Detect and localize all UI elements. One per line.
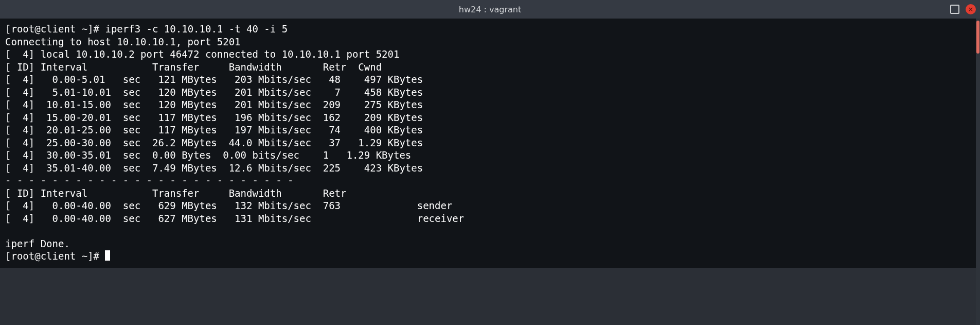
- window-controls: ✕: [950, 0, 976, 19]
- prompt: [root@client ~]#: [5, 250, 99, 262]
- separator-line: - - - - - - - - - - - - - - - - - - - - …: [5, 175, 294, 186]
- window-title: hw24 : vagrant: [459, 5, 521, 14]
- connecting-line: Connecting to host 10.10.10.1, port 5201: [5, 36, 241, 47]
- command: iperf3 -c 10.10.10.1 -t 40 -i 5: [105, 23, 288, 35]
- prompt: [root@client ~]#: [5, 23, 99, 35]
- summary-achievement: [ 4] 0.00-40.00 sec 627 MBytes 131 Mbits…: [5, 213, 464, 224]
- scrollbar-thumb[interactable]: [976, 21, 979, 54]
- titlebar[interactable]: hw24 : vagrant ✕: [0, 0, 980, 19]
- table-row: [ 4] 30.00-35.01 sec 0.00 Bytes 0.00 bit…: [5, 149, 411, 161]
- summary-header: [ ID] Interval Transfer Bandwidth Retr: [5, 187, 346, 199]
- scrollbar[interactable]: [976, 19, 980, 325]
- table-row: [ 4] 10.01-15.00 sec 120 MBytes 201 Mbit…: [5, 99, 423, 110]
- table-row: [ 4] 15.00-20.01 sec 117 MBytes 196 Mbit…: [5, 112, 423, 123]
- terminal-output: [root@client ~]# iperf3 -c 10.10.10.1 -t…: [5, 23, 975, 263]
- close-icon[interactable]: ✕: [966, 4, 976, 14]
- summary-row: [ 4] 0.00-40.00 sec 629 MBytes 132 Mbits…: [5, 200, 452, 211]
- maximize-icon[interactable]: [950, 5, 959, 14]
- table-row: [ 4] 20.01-25.00 sec 117 MBytes 197 Mbit…: [5, 124, 423, 135]
- table-row: [ 4] 25.00-30.00 sec 26.2 MBytes 44.0 Mb…: [5, 137, 423, 148]
- cursor: [105, 250, 110, 261]
- table-row: [ 4] 0.00-5.01 sec 121 MBytes 203 Mbits/…: [5, 74, 423, 85]
- local-line: [ 4] local 10.10.10.2 port 46472 connect…: [5, 48, 399, 60]
- terminal-area[interactable]: [root@client ~]# iperf3 -c 10.10.10.1 -t…: [0, 19, 980, 268]
- table-header: [ ID] Interval Transfer Bandwidth Retr C…: [5, 61, 382, 73]
- done-line: iperf Done.: [5, 238, 70, 249]
- table-row: [ 4] 5.01-10.01 sec 120 MBytes 201 Mbits…: [5, 87, 423, 98]
- table-row: [ 4] 35.01-40.00 sec 7.49 MBytes 12.6 Mb…: [5, 162, 423, 174]
